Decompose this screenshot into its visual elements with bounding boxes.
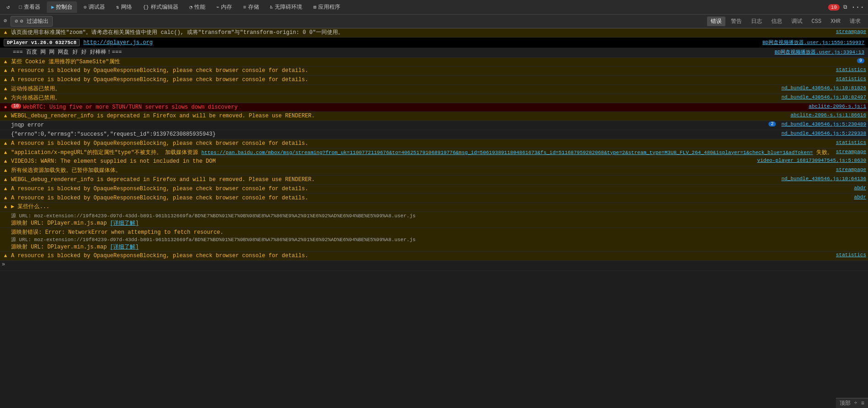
scroll-icon[interactable]: ≡ xyxy=(861,400,864,407)
tab-debugger[interactable]: ⊙ 调试器 xyxy=(79,1,110,13)
log-entry-sourcemap1: 源 URL: moz-extension://19f84239-d97d-43d… xyxy=(0,212,868,228)
tab-storage[interactable]: ≡ 存储 xyxy=(238,1,264,13)
clear-icon: ⊘ xyxy=(4,17,7,24)
source-abdr1[interactable]: abdr xyxy=(854,185,866,191)
filter-tab-errors[interactable]: 错误 xyxy=(707,17,725,26)
detail-link-1[interactable]: [详细了解] xyxy=(110,220,138,226)
warning-icon: ▲ xyxy=(2,68,9,73)
dplayer-badge: DPlayer v1.26.0 63275c8 xyxy=(4,39,80,46)
log-message-orb3: A resource is blocked by OpaqueResponseB… xyxy=(11,140,836,148)
log-message: 该页面使用非标准属性"zoom"。请考虑在相关属性值中使用 calc(), 或将… xyxy=(11,29,836,37)
source-direction[interactable]: nd_bundle_430546.js:10:82497 xyxy=(781,94,866,100)
filter-tab-logs[interactable]: 日志 xyxy=(747,17,766,26)
source-bd-3394[interactable]: BD网盘视频播放器.user.js:3394:13 xyxy=(774,49,864,55)
source-media-fail[interactable]: streampage xyxy=(836,167,866,172)
source-webgl2[interactable]: nd_bundle_430546.js:10:64136 xyxy=(781,176,866,182)
tab-applications-label: 应用程序 xyxy=(318,3,340,11)
source-statistics-4[interactable]: statistics xyxy=(836,252,866,258)
source-webrtc[interactable]: abclite-2096-s.js:1 xyxy=(809,104,866,109)
detail-link-2[interactable]: [详细了解] xyxy=(110,244,138,250)
warning-icon: ▲ xyxy=(2,30,9,35)
style-editor-icon: {} xyxy=(143,5,149,10)
log-message-collapsed: ▶ 某些什么... xyxy=(11,203,866,211)
warning-icon: ▲ xyxy=(2,159,9,164)
log-message-videojs: VIDEOJS: WARN: The element supplied is n… xyxy=(11,158,757,165)
filter-tab-xhr[interactable]: XHR xyxy=(827,17,844,26)
filter-tab-requests[interactable]: 请求 xyxy=(846,17,864,26)
source-mpegurl[interactable]: streampage xyxy=(836,149,866,154)
log-message-jnqp: jnqp error xyxy=(11,121,768,129)
console-input-row: » xyxy=(0,261,868,271)
warning-icon: ▲ xyxy=(2,253,9,259)
page-top-button[interactable]: 顶部 ÷ xyxy=(840,399,857,407)
log-message-baidu: === 百度 网 网 网盘 好 好 好棒棒！=== xyxy=(13,49,774,56)
source-json[interactable]: nd_bundle_430546.js:5:229338 xyxy=(781,131,866,136)
warning-icon: ▲ xyxy=(2,195,9,201)
tab-inspector[interactable]: □ 查看器 xyxy=(14,1,45,13)
tab-network[interactable]: ⇅ 网络 xyxy=(111,1,137,13)
tab-performance[interactable]: ◔ 性能 xyxy=(185,1,210,13)
log-entry-jnqp: jnqp error 2 nd_bundle_430546.js:5:23048… xyxy=(0,121,868,130)
filter-tab-warnings[interactable]: 警告 xyxy=(727,17,746,26)
tab-memory[interactable]: ⌁ 内存 xyxy=(212,1,237,13)
media-url[interactable]: https://pan.baidu.com/mbox/msg/streaming… xyxy=(201,150,813,155)
toolbar-left: ⊘ ⊘ ⊘ 过滤输出 xyxy=(0,15,53,28)
source-abdr2[interactable]: abdr xyxy=(854,194,866,200)
warning-icon: ▲ xyxy=(2,86,9,92)
cookie-count-badge: 9 xyxy=(857,58,864,63)
sourcemap-error-msg: 源映射错误: Error: NetworkError when attempti… xyxy=(11,228,223,236)
source-motion[interactable]: nd_bundle_430546.js:10:81826 xyxy=(781,85,866,91)
source-bd-1550[interactable]: BD网盘视频播放器.user.js:1550:159937 xyxy=(763,39,864,46)
log-entry-videojs: ▲ VIDEOJS: WARN: The element supplied is… xyxy=(0,157,868,166)
console-chevron-icon: » xyxy=(2,261,5,268)
log-message-orb2: A resource is blocked by OpaqueResponseB… xyxy=(11,76,836,84)
memory-icon: ⌁ xyxy=(216,4,220,10)
warning-icon: ▲ xyxy=(2,186,9,192)
error-count-badge: 10 xyxy=(828,4,840,11)
tab-applications[interactable]: ⊞ 应用程序 xyxy=(309,1,345,13)
log-entry-webgl2: ▲ WEBGL_debug_renderer_info is deprecate… xyxy=(0,176,868,185)
tab-inspector-label: 查看器 xyxy=(24,3,40,11)
filter-tab-debug[interactable]: 调试 xyxy=(788,17,806,26)
filter-tab-css[interactable]: CSS xyxy=(808,17,825,26)
log-message-orb4: A resource is blocked by OpaqueResponseB… xyxy=(11,252,836,260)
sourcemap-url-1: 源 URL: moz-extension://19f84239-d97d-43d… xyxy=(11,212,415,219)
clear-button[interactable]: ⊘ xyxy=(0,15,11,28)
sourcemap-file-1: 源映射 URL: DPlayer.min.js.map [详细了解] xyxy=(11,219,138,227)
log-entry-webrtc: ● 10 WebRTC: Using five or more STUN/TUR… xyxy=(0,103,868,112)
log-message-media-fail: 所有候选资源加载失败。已暂停加载媒体体。 xyxy=(11,167,836,175)
window-resize-icon[interactable]: ⧉ xyxy=(843,4,847,11)
log-entry-orb-abdr1: ▲ A resource is blocked by OpaqueRespons… xyxy=(0,185,868,194)
source-statistics-1[interactable]: statistics xyxy=(836,67,866,72)
tab-network-label: 网络 xyxy=(121,3,132,11)
source-link-streampage[interactable]: streampage xyxy=(836,29,866,34)
source-jnqp[interactable]: nd_bundle_430546.js:5:230489 xyxy=(781,121,866,127)
console-input[interactable] xyxy=(7,261,866,268)
console-icon: ▶ xyxy=(51,4,55,10)
warning-icon: ▲ xyxy=(2,177,9,182)
log-entry-json: {"errno":0,"errmsg":"success","request_i… xyxy=(0,130,868,139)
tab-debugger-label: 调试器 xyxy=(88,3,105,11)
log-entry-sourcemap-error: 源映射错误: Error: NetworkError when attempti… xyxy=(0,228,868,252)
warning-icon: ▲ xyxy=(2,59,9,65)
inspector-icon: □ xyxy=(19,5,22,10)
source-statistics-3[interactable]: statistics xyxy=(836,140,866,145)
dplayer-link[interactable]: http://dplayer.js.org xyxy=(83,39,153,46)
bottom-spacer xyxy=(0,271,868,285)
tab-accessibility[interactable]: ♿ 无障碍环境 xyxy=(265,1,307,13)
tab-style-editor[interactable]: {} 样式编辑器 xyxy=(138,1,183,13)
more-options-button[interactable]: ··· xyxy=(851,3,864,11)
tab-console[interactable]: ▶ 控制台 xyxy=(47,1,77,13)
log-message-direction: 方向传感器已禁用。 xyxy=(11,94,781,102)
log-entry-orb2: ▲ A resource is blocked by OpaqueRespons… xyxy=(0,76,868,85)
source-webgl1[interactable]: abclite-2096-s.js:1:86616 xyxy=(791,112,866,118)
tab-reload[interactable]: ↺ xyxy=(4,2,12,12)
source-statistics-2[interactable]: statistics xyxy=(836,76,866,82)
webrtc-count-badge: 10 xyxy=(11,104,21,109)
log-entry-mpegurl: ▲ "application/x-mpegURL"的指定属性"type"不被支持… xyxy=(0,149,868,158)
applications-icon: ⊞ xyxy=(313,4,316,10)
source-videojs[interactable]: video-player 1681730947545.js:5:8630 xyxy=(757,158,866,163)
sourcemap-file-2: 源映射 URL: DPlayer.min.js.map [详细了解] xyxy=(11,243,138,251)
filter-output-button[interactable]: ⊘ ⊘ 过滤输出 xyxy=(11,16,53,27)
filter-tab-info[interactable]: 信息 xyxy=(768,17,786,26)
